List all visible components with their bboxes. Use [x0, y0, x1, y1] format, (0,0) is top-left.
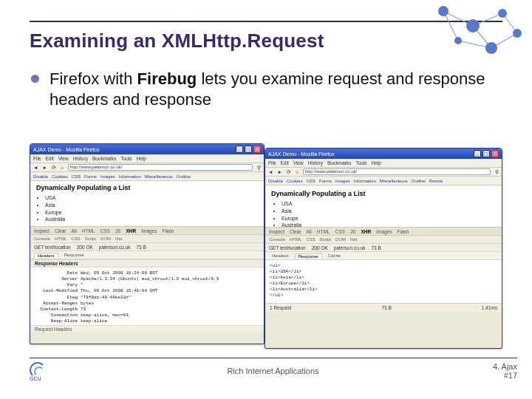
fb-tab[interactable]: JS: [350, 229, 356, 234]
menu-item[interactable]: View: [58, 156, 69, 161]
fb-tab[interactable]: HTML: [82, 228, 95, 233]
wd-item[interactable]: Outline: [412, 179, 426, 183]
fb-tab[interactable]: HTML: [317, 229, 330, 234]
menu-item[interactable]: File: [268, 160, 276, 166]
menu-item[interactable]: Edit: [45, 156, 53, 161]
wd-item[interactable]: Cookies: [287, 179, 303, 183]
fb-subtab[interactable]: Script: [320, 237, 331, 242]
wd-item[interactable]: CSS: [72, 174, 81, 179]
fb-tab[interactable]: Images: [376, 229, 392, 234]
wd-item[interactable]: Miscellaneous: [145, 174, 173, 179]
inner-tab-response[interactable]: Response: [61, 253, 87, 257]
menu-item[interactable]: Help: [372, 160, 381, 166]
wd-item[interactable]: Information: [119, 174, 141, 179]
back-icon[interactable]: ◄: [268, 169, 273, 174]
menu-item[interactable]: Tools: [120, 156, 132, 161]
wd-item[interactable]: Images: [100, 174, 115, 179]
svg-point-10: [485, 42, 497, 54]
wd-item[interactable]: Forms: [319, 179, 332, 183]
hdr-val: Wed, 09 Oct 2008 16:24:06 BST: [81, 270, 157, 276]
reload-icon[interactable]: ⟳: [287, 169, 291, 175]
menu-item[interactable]: History: [308, 160, 323, 166]
url-input[interactable]: http://www.paterson.co.uk/: [68, 164, 253, 171]
minimize-button[interactable]: _: [236, 146, 243, 153]
wd-item[interactable]: Disable: [33, 174, 48, 179]
forward-icon[interactable]: ►: [42, 165, 47, 170]
footer-page: #17: [493, 371, 517, 380]
search-icon[interactable]: ⚲: [495, 169, 499, 175]
menu-item[interactable]: Bookmarks: [92, 156, 117, 161]
wd-item[interactable]: Outline: [177, 174, 191, 179]
wd-item[interactable]: Images: [335, 179, 350, 183]
url-input[interactable]: http://www.paterson.co.uk/: [303, 168, 491, 175]
slide-footer: GCU Rich Internet Applications 4. Ajax #…: [30, 358, 517, 383]
fb-subtab[interactable]: HTML: [290, 237, 301, 242]
fb-subtab[interactable]: CSS: [71, 236, 80, 241]
minimize-button[interactable]: _: [474, 150, 481, 157]
close-button[interactable]: ✕: [491, 150, 499, 157]
wd-item[interactable]: Resize: [429, 179, 443, 183]
fb-subtab[interactable]: Net: [350, 237, 357, 242]
slide: Examining an XMLHttp.Request Firefox wit…: [0, 0, 532, 399]
back-icon[interactable]: ◄: [33, 165, 38, 170]
fb-tab[interactable]: All: [72, 228, 77, 233]
forward-icon[interactable]: ►: [277, 169, 282, 174]
request-method: GET text/location: [269, 245, 306, 250]
menu-item[interactable]: Edit: [280, 160, 288, 166]
reload-icon[interactable]: ⟳: [52, 165, 56, 171]
wd-item[interactable]: CSS: [307, 179, 316, 183]
fb-tab[interactable]: Clear: [55, 228, 66, 233]
fb-tab[interactable]: CSS: [335, 229, 344, 234]
fb-subtab[interactable]: Console: [34, 236, 50, 241]
wd-item[interactable]: Cookies: [52, 174, 68, 179]
body-bullet-row: Firefox with Firebug lets you examine re…: [30, 69, 502, 109]
menu-item[interactable]: Help: [137, 156, 146, 161]
fb-tab[interactable]: XHR: [126, 228, 136, 233]
hdr-val: Apache/1.3.34 (Ubuntu) mod_chroot/1.0 mo…: [81, 276, 219, 282]
fb-tab[interactable]: Inspect: [269, 229, 284, 234]
wd-item[interactable]: Information: [354, 179, 376, 183]
menu-item[interactable]: Tools: [355, 160, 366, 166]
fb-subtab[interactable]: Net: [115, 236, 122, 241]
fb-tab[interactable]: JS: [115, 228, 121, 233]
menu-item[interactable]: Bookmarks: [327, 160, 352, 166]
body-prefix: Firefox with: [50, 69, 137, 88]
hdr-val: keep-alive, max=93: [81, 313, 129, 318]
fb-tab[interactable]: Flash: [397, 229, 409, 234]
home-icon[interactable]: ⌂: [296, 169, 299, 174]
search-icon[interactable]: ⚲: [257, 165, 261, 171]
wd-item[interactable]: Forms: [84, 174, 97, 179]
home-icon[interactable]: ⌂: [61, 165, 64, 170]
request-row[interactable]: GET text/location 200 OK paterson.co.uk …: [30, 243, 264, 251]
menu-item[interactable]: History: [73, 156, 88, 161]
wd-item[interactable]: Disable: [268, 179, 283, 183]
resp-line: <ul>: [270, 263, 497, 269]
inner-tab-response[interactable]: Response: [295, 253, 322, 259]
inner-tab-cache[interactable]: Cache: [325, 253, 344, 258]
hdr-key: Server: [35, 276, 78, 282]
fb-subtab[interactable]: CSS: [306, 237, 315, 242]
maximize-button[interactable]: ▢: [245, 146, 252, 153]
menu-item[interactable]: View: [293, 160, 304, 166]
inner-tab-headers[interactable]: Headers: [34, 253, 58, 258]
fb-tab[interactable]: CSS: [100, 228, 109, 233]
fb-tab[interactable]: Inspect: [34, 228, 50, 233]
inner-tab-headers[interactable]: Headers: [269, 253, 292, 258]
fb-tab[interactable]: XHR: [361, 229, 371, 234]
fb-subtab[interactable]: HTML: [55, 236, 66, 241]
fb-subtab[interactable]: DOM: [335, 237, 346, 242]
fb-tab[interactable]: Images: [141, 228, 157, 233]
fb-tab[interactable]: All: [307, 229, 312, 234]
fb-subtab[interactable]: Script: [85, 236, 96, 241]
maximize-button[interactable]: ▢: [482, 150, 490, 157]
fb-subtab[interactable]: Console: [269, 237, 285, 242]
request-row[interactable]: GET text/location 200 OK paterson.co.uk …: [265, 244, 502, 252]
fb-tab[interactable]: Clear: [290, 229, 301, 234]
menubar: File Edit View History Bookmarks Tools H…: [30, 154, 264, 163]
menu-item[interactable]: File: [33, 156, 41, 161]
close-button[interactable]: ✕: [253, 146, 261, 153]
fb-subtab[interactable]: DOM: [100, 236, 111, 241]
page-content: Dynamically Populating a List USA Asia E…: [265, 185, 502, 227]
wd-item[interactable]: Miscellaneous: [380, 179, 408, 183]
fb-tab[interactable]: Flash: [162, 228, 174, 233]
